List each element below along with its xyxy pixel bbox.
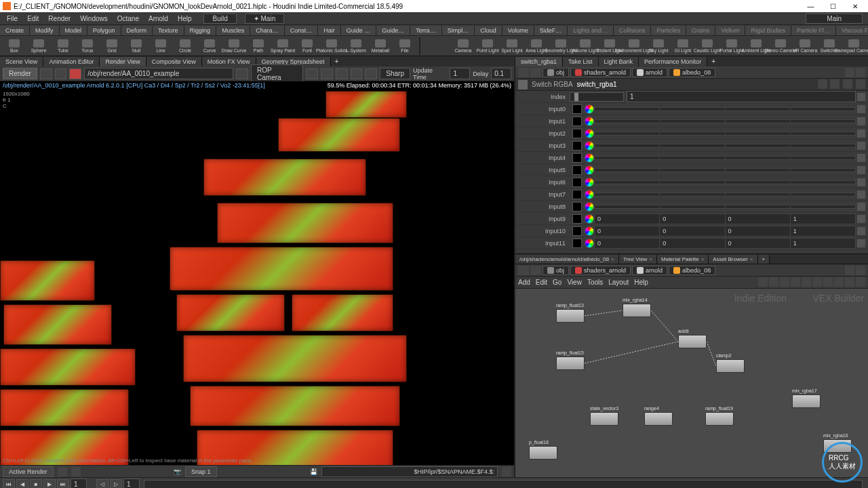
shelf-tab[interactable]: Deform bbox=[121, 26, 153, 35]
pin-icon[interactable] bbox=[845, 68, 854, 77]
color-wheel-icon[interactable] bbox=[585, 202, 594, 211]
active-render-button[interactable]: Active Render bbox=[3, 466, 54, 477]
color-wheel-icon[interactable] bbox=[585, 226, 594, 236]
tool-font[interactable]: Font bbox=[296, 37, 319, 56]
param-value-input[interactable]: 0 bbox=[594, 226, 660, 237]
tool-gi-light[interactable]: GI Light bbox=[671, 37, 694, 56]
tool-platonic-solids[interactable]: Platonic Solids bbox=[320, 37, 343, 56]
frame-slider[interactable] bbox=[144, 480, 863, 489]
param-value-input[interactable] bbox=[660, 205, 725, 209]
param-gear-icon[interactable] bbox=[857, 215, 865, 223]
tool-caustic-light[interactable]: Caustic Light bbox=[696, 37, 719, 56]
tool-environment-light[interactable]: Environment Light bbox=[623, 37, 646, 56]
param-value-input[interactable] bbox=[791, 156, 856, 160]
tool-l-system[interactable]: L-System bbox=[344, 37, 368, 56]
tool-vr-camera[interactable]: VR Camera bbox=[793, 37, 816, 56]
tool-line[interactable]: Line bbox=[149, 37, 172, 56]
color-chip[interactable] bbox=[572, 153, 582, 163]
network-node[interactable] bbox=[644, 412, 673, 426]
forward-button[interactable] bbox=[530, 68, 541, 77]
path-segment[interactable]: arnold bbox=[632, 68, 667, 77]
path-segment[interactable]: albedo_08 bbox=[669, 266, 715, 275]
index-slider[interactable] bbox=[570, 92, 624, 102]
color-chip[interactable] bbox=[572, 214, 582, 224]
shelf-tab[interactable]: Chara… bbox=[250, 26, 285, 35]
panel-tab[interactable]: Asset Browser× bbox=[709, 255, 757, 264]
color-wheel-icon[interactable] bbox=[585, 129, 594, 138]
param-value-input[interactable] bbox=[660, 156, 725, 160]
last-frame-button[interactable]: ⏭ bbox=[57, 479, 69, 489]
pause-icon[interactable] bbox=[40, 68, 52, 79]
snap-icon[interactable]: 📷 bbox=[174, 468, 181, 475]
snap-button[interactable]: Snap 1 bbox=[185, 466, 217, 477]
param-gear-icon[interactable] bbox=[857, 178, 865, 186]
param-value-input[interactable] bbox=[791, 107, 856, 111]
network-node[interactable] bbox=[556, 309, 585, 323]
color-chip[interactable] bbox=[572, 104, 582, 114]
shelf-tab[interactable]: Particle Fl… bbox=[791, 26, 836, 35]
param-value-input[interactable] bbox=[726, 168, 791, 172]
network-menu-add[interactable]: Add bbox=[518, 279, 530, 286]
param-value-input[interactable] bbox=[660, 192, 725, 197]
param-gear-icon[interactable] bbox=[857, 239, 865, 247]
color-wheel-icon[interactable] bbox=[585, 165, 594, 175]
shelf-tab[interactable]: Terra… bbox=[410, 26, 442, 35]
param-value-input[interactable] bbox=[791, 168, 856, 172]
tool-box[interactable]: Box bbox=[3, 37, 26, 56]
path-segment[interactable]: shaders_arnold bbox=[570, 68, 631, 77]
pane-tab[interactable]: Composite View bbox=[146, 57, 202, 66]
color-chip[interactable] bbox=[572, 239, 582, 248]
network-toolbar-icon[interactable] bbox=[758, 277, 768, 287]
param-value-input[interactable] bbox=[726, 156, 791, 160]
shelf-tab[interactable]: Muscles bbox=[216, 26, 250, 35]
forward-button[interactable] bbox=[530, 266, 541, 275]
path-segment[interactable]: obj bbox=[542, 266, 569, 275]
color-chip[interactable] bbox=[572, 129, 582, 138]
color-chip[interactable] bbox=[572, 190, 582, 199]
step-back-button[interactable]: ◁ bbox=[96, 479, 108, 489]
path-segment[interactable]: arnold bbox=[632, 266, 667, 275]
param-value-input[interactable]: 1 bbox=[791, 214, 856, 224]
param-value-input[interactable] bbox=[791, 205, 856, 209]
param-value-input[interactable] bbox=[726, 131, 791, 136]
param-value-input[interactable] bbox=[660, 119, 725, 123]
filter-select[interactable]: Sharp bbox=[380, 68, 410, 79]
stop-icon[interactable] bbox=[69, 68, 81, 79]
expand-icon[interactable] bbox=[856, 266, 865, 275]
tool-point-light[interactable]: Point Light bbox=[476, 37, 499, 56]
param-value-input[interactable] bbox=[594, 131, 660, 136]
tool-spot-light[interactable]: Spot Light bbox=[500, 37, 524, 56]
render-button[interactable]: Render bbox=[3, 68, 37, 79]
param-value-input[interactable]: 0 bbox=[660, 238, 725, 249]
maximize-button[interactable]: ☐ bbox=[823, 3, 843, 10]
param-value-input[interactable] bbox=[594, 144, 660, 148]
tool-grid[interactable]: Grid bbox=[100, 37, 123, 56]
param-value-input[interactable] bbox=[594, 192, 660, 197]
color-chip[interactable] bbox=[572, 117, 582, 126]
shelf-tab[interactable]: Guide… bbox=[376, 26, 410, 35]
gear-icon[interactable] bbox=[518, 80, 528, 89]
param-value-input[interactable] bbox=[791, 180, 856, 184]
tool-gamepad-camera[interactable]: Gamepad Camera bbox=[842, 37, 865, 56]
step-input[interactable]: 1 bbox=[123, 479, 140, 488]
param-value-input[interactable] bbox=[594, 205, 660, 209]
param-value-input[interactable]: 0 bbox=[726, 226, 791, 237]
param-value-input[interactable] bbox=[726, 144, 791, 148]
color-chip[interactable] bbox=[572, 165, 582, 175]
tool-geometry-light[interactable]: Geometry Light bbox=[549, 37, 572, 56]
close-button[interactable]: ✕ bbox=[845, 3, 865, 10]
param-gear-icon[interactable] bbox=[857, 227, 865, 235]
param-value-input[interactable] bbox=[791, 144, 856, 148]
color-wheel-icon[interactable] bbox=[585, 239, 594, 248]
add-tab-button[interactable]: + bbox=[331, 56, 343, 66]
color-wheel-icon[interactable] bbox=[585, 117, 594, 126]
panel-tab[interactable]: /obj/shaders/arnold/arnold/albedo_08× bbox=[515, 255, 619, 264]
shelf-tab[interactable]: SideF… bbox=[534, 26, 568, 35]
minimize-button[interactable]: — bbox=[800, 3, 821, 10]
param-gear-icon[interactable] bbox=[857, 105, 865, 113]
param-value-input[interactable]: 0 bbox=[660, 214, 725, 224]
shelf-tab[interactable]: Modify bbox=[30, 26, 60, 35]
tool-sky-light[interactable]: Sky Light bbox=[647, 37, 670, 56]
param-value-input[interactable] bbox=[594, 180, 660, 184]
param-value-input[interactable] bbox=[660, 144, 725, 148]
